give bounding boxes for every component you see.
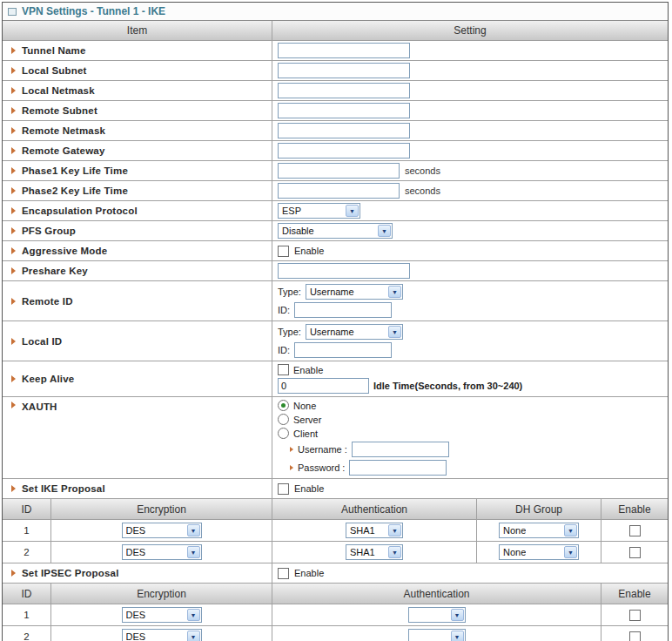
set-ike-proposal-checkbox[interactable] [278, 483, 289, 495]
xauth-username-label: Username : [298, 444, 347, 455]
chevron-down-icon: ▼ [388, 286, 401, 298]
ipsec-row1-enable-checkbox[interactable] [629, 610, 641, 621]
chevron-down-icon: ▼ [451, 631, 464, 641]
ike-row1-authentication-select[interactable]: SHA1 ▼ [346, 523, 403, 538]
phase2-key-life-time-input[interactable] [278, 183, 400, 199]
ike-header-dh-group: DH Group [477, 499, 601, 519]
ipsec-proposal-row-2: 2 DES ▼ ▼ [3, 626, 668, 641]
bullet-arrow-icon [11, 187, 16, 194]
set-ipsec-proposal-checkbox[interactable] [278, 568, 289, 579]
remote-subnet-input[interactable] [278, 103, 410, 118]
xauth-server-radio[interactable] [278, 414, 289, 425]
xauth-none-label: None [293, 401, 316, 411]
ike-row1-authentication-value: SHA1 [350, 525, 375, 536]
encapsulation-protocol-select[interactable]: ESP ▼ [278, 203, 360, 219]
remote-id-type-select[interactable]: Username ▼ [306, 284, 403, 300]
bullet-arrow-icon [11, 247, 16, 254]
bullet-arrow-icon [11, 375, 16, 382]
aggressive-mode-checkbox[interactable] [278, 246, 289, 257]
ipsec-row2-enable-checkbox[interactable] [629, 631, 641, 641]
local-id-type-select[interactable]: Username ▼ [306, 324, 403, 340]
keep-alive-checkbox[interactable] [278, 364, 289, 375]
ike-row1-dh-group-value: None [503, 525, 526, 536]
vpn-settings-window: VPN Settings - Tunnel 1 - IKE Item Setti… [2, 2, 669, 641]
remote-netmask-input[interactable] [278, 123, 410, 138]
ike-row2-dh-group-value: None [503, 547, 526, 557]
preshare-key-input[interactable] [278, 263, 410, 279]
chevron-down-icon: ▼ [378, 225, 391, 237]
remote-gateway-label: Remote Gateway [22, 145, 104, 156]
keep-alive-label: Keep Alive [22, 374, 74, 384]
ike-row2-dh-group-select[interactable]: None ▼ [499, 544, 579, 560]
remote-id-input[interactable] [294, 302, 392, 318]
ike-row1-enable-checkbox[interactable] [629, 525, 641, 536]
chevron-down-icon: ▼ [346, 205, 359, 217]
ipsec-row1-encryption-select[interactable]: DES ▼ [122, 607, 202, 623]
phase1-key-life-time-input[interactable] [278, 163, 400, 179]
bullet-arrow-icon [11, 207, 16, 214]
local-netmask-input[interactable] [278, 83, 410, 98]
preshare-key-label: Preshare Key [22, 266, 88, 276]
set-ike-proposal-enable-label: Enable [294, 483, 324, 494]
xauth-none-radio[interactable] [278, 400, 289, 411]
bullet-arrow-icon [11, 67, 16, 74]
ipsec-row2-authentication-select[interactable]: ▼ [408, 629, 466, 641]
chevron-down-icon: ▼ [187, 524, 200, 536]
xauth-password-label: Password : [298, 462, 345, 473]
window-title: VPN Settings - Tunnel 1 - IKE [22, 5, 165, 17]
ike-row2-authentication-value: SHA1 [350, 547, 375, 557]
xauth-username-input[interactable] [352, 442, 449, 457]
set-ipsec-proposal-enable-label: Enable [294, 568, 324, 578]
remote-subnet-label: Remote Subnet [22, 105, 97, 116]
phase2-key-life-time-label: Phase2 Key Life Time [22, 186, 128, 196]
bullet-arrow-icon [11, 107, 16, 114]
ipsec-header-authentication: Authentication [272, 584, 601, 604]
row-remote-subnet: Remote Subnet [3, 101, 668, 121]
bullet-arrow-icon [11, 298, 16, 305]
ipsec-proposal-row-1: 1 DES ▼ ▼ [3, 604, 668, 626]
ike-header-id: ID [3, 499, 51, 519]
remote-netmask-label: Remote Netmask [22, 125, 105, 136]
ike-row2-encryption-value: DES [126, 547, 146, 557]
pfs-group-select[interactable]: Disable ▼ [278, 223, 393, 239]
remote-gateway-input[interactable] [278, 143, 410, 159]
xauth-password-input[interactable] [349, 460, 447, 476]
ike-row1-encryption-select[interactable]: DES ▼ [122, 523, 202, 538]
chevron-down-icon: ▼ [388, 546, 401, 558]
bullet-arrow-icon [11, 47, 16, 54]
chevron-down-icon: ▼ [388, 524, 401, 536]
remote-id-id-label: ID: [278, 305, 290, 315]
local-subnet-input[interactable] [278, 63, 410, 78]
xauth-client-radio[interactable] [278, 428, 289, 439]
ike-row2-id: 2 [3, 542, 51, 563]
chevron-down-icon: ▼ [388, 326, 401, 338]
ipsec-row2-encryption-value: DES [126, 631, 146, 641]
ike-row2-enable-checkbox[interactable] [629, 547, 641, 558]
row-set-ike-proposal: Set IKE Proposal Enable [3, 479, 668, 499]
row-remote-netmask: Remote Netmask [3, 121, 668, 141]
bullet-arrow-icon [11, 338, 16, 345]
ipsec-header-id: ID [3, 584, 51, 604]
tunnel-name-input[interactable] [278, 43, 410, 58]
ike-row2-authentication-select[interactable]: SHA1 ▼ [346, 544, 403, 560]
local-id-type-label: Type: [278, 327, 301, 337]
encapsulation-protocol-label: Encapsulation Protocol [22, 206, 138, 216]
bullet-arrow-icon [11, 127, 16, 134]
chevron-down-icon: ▼ [187, 631, 200, 641]
row-remote-gateway: Remote Gateway [3, 141, 668, 161]
encapsulation-protocol-value: ESP [282, 206, 301, 216]
table-header-row: Item Setting [3, 21, 668, 41]
keep-alive-enable-label: Enable [293, 365, 323, 375]
ike-row1-dh-group-select[interactable]: None ▼ [499, 523, 579, 538]
pfs-group-value: Disable [282, 226, 314, 236]
set-ike-proposal-label: Set IKE Proposal [22, 483, 105, 494]
ipsec-row2-encryption-select[interactable]: DES ▼ [122, 629, 202, 641]
bullet-arrow-icon [290, 447, 293, 452]
local-id-input[interactable] [294, 342, 392, 358]
phase1-key-life-time-label: Phase1 Key Life Time [22, 165, 128, 176]
keep-alive-idle-time-input[interactable] [278, 378, 369, 394]
ipsec-row1-authentication-select[interactable]: ▼ [408, 607, 466, 623]
local-netmask-label: Local Netmask [22, 85, 95, 96]
row-remote-id: Remote ID Type: Username ▼ ID: [3, 281, 668, 321]
ike-row2-encryption-select[interactable]: DES ▼ [122, 544, 202, 560]
